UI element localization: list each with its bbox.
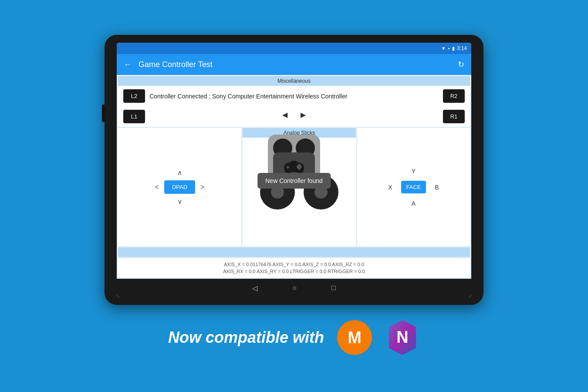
left-arrow: ◀ bbox=[282, 111, 287, 119]
misc-section: Miscellaneous L2 Controller Connected : … bbox=[118, 76, 470, 127]
toast-notification: New Controller found bbox=[257, 173, 331, 189]
nav-back-button[interactable]: ◁ bbox=[252, 284, 257, 292]
a-label: A bbox=[401, 197, 426, 210]
nav-recents-button[interactable]: □ bbox=[331, 284, 336, 292]
axis-row-2: AXIS_RX = 0.0 AXIS_RY = 0.0 LTRIGGER = 0… bbox=[123, 269, 465, 274]
back-button[interactable]: ← bbox=[124, 60, 132, 69]
app-title: Game Controller Test bbox=[139, 60, 451, 69]
android-m-logo: M bbox=[337, 320, 372, 355]
dpad-down-area: ∨ bbox=[177, 197, 182, 206]
status-time: 3:14 bbox=[457, 45, 467, 51]
svg-text:N: N bbox=[396, 328, 408, 346]
compatible-text: Now compatible with bbox=[168, 328, 324, 347]
tablet-shell: ▼ ▪ ▮ 3:14 ← Game Controller Test ↻ Misc… bbox=[105, 35, 483, 305]
face-grid: Y X FACE B A bbox=[383, 165, 444, 210]
svg-point-2 bbox=[298, 164, 301, 166]
status-bar: ▼ ▪ ▮ 3:14 bbox=[117, 43, 471, 54]
toast-text: New Controller found bbox=[265, 177, 323, 184]
misc-bottom-row: L1 ◀ ▶ R1 bbox=[118, 106, 470, 127]
right-arrow: ▶ bbox=[301, 111, 306, 119]
main-content: Miscellaneous L2 Controller Connected : … bbox=[117, 75, 471, 279]
dpad-left-arrow: < bbox=[155, 183, 159, 191]
tablet-side-button bbox=[102, 105, 105, 122]
battery-icon: ▮ bbox=[452, 46, 455, 51]
r2-button[interactable]: R2 bbox=[443, 89, 465, 103]
misc-header: Miscellaneous bbox=[118, 76, 470, 86]
l1-button[interactable]: L1 bbox=[123, 110, 145, 123]
axis-row-1: AXIS_X = 0.01176476 AXIS_Y = 0.0 AXIS_Z … bbox=[123, 262, 465, 267]
dpad-down-arrow: ∨ bbox=[177, 197, 182, 206]
r1-button[interactable]: R1 bbox=[443, 110, 465, 123]
android-nav: ◁ ○ □ bbox=[117, 279, 471, 297]
bottom-section: Now compatible with M N bbox=[133, 305, 455, 357]
dpad-arrows: ◀ ▶ bbox=[149, 111, 439, 122]
misc-top-row: L2 Controller Connected : Sony Computer … bbox=[118, 86, 470, 106]
status-bar-icons: ▼ ▪ ▮ 3:14 bbox=[441, 45, 467, 51]
dpad-up-arrow: ∧ bbox=[177, 169, 182, 177]
l2-button[interactable]: L2 bbox=[123, 89, 145, 103]
app-bar: ← Game Controller Test ↻ bbox=[117, 54, 471, 75]
svg-rect-5 bbox=[286, 167, 290, 168]
b-label: B bbox=[429, 181, 444, 193]
refresh-button[interactable]: ↻ bbox=[458, 60, 464, 69]
wifi-icon: ▼ bbox=[441, 46, 446, 51]
android-n-icon: N bbox=[386, 319, 419, 356]
nav-home-button[interactable]: ○ bbox=[292, 284, 297, 292]
dpad-up-area: ∧ bbox=[177, 169, 182, 177]
triggers-row bbox=[118, 247, 470, 257]
controller-status-text: Controller Connected : Sony Computer Ent… bbox=[149, 93, 439, 100]
x-label: X bbox=[383, 181, 398, 193]
svg-point-3 bbox=[298, 167, 301, 170]
face-section: Y X FACE B A bbox=[357, 128, 470, 246]
tablet-screen: ▼ ▪ ▮ 3:14 ← Game Controller Test ↻ Misc… bbox=[117, 43, 471, 297]
y-label: Y bbox=[401, 165, 426, 177]
dpad-right-arrow: > bbox=[200, 183, 204, 191]
axis-section: AXIS_X = 0.01176476 AXIS_Y = 0.0 AXIS_Z … bbox=[118, 258, 470, 277]
dpad-section: ∧ < DPAD > ∨ bbox=[118, 128, 241, 246]
dpad-mid-row: < DPAD > bbox=[155, 180, 205, 194]
android-n-logo: N bbox=[385, 318, 420, 357]
signal-icon: ▪ bbox=[448, 46, 450, 51]
face-button[interactable]: FACE bbox=[401, 181, 426, 193]
dpad-button[interactable]: DPAD bbox=[164, 180, 195, 194]
